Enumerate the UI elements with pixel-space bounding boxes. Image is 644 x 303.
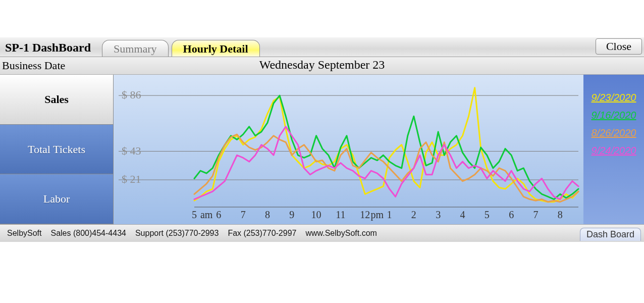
legend-item-1[interactable]: 9/16/2020 <box>592 110 636 121</box>
dashboard-window: SP-1 DashBoard Summary Hourly Detail Clo… <box>0 37 644 249</box>
svg-text:am: am <box>200 209 213 220</box>
tab-summary[interactable]: Summary <box>102 40 169 57</box>
svg-text:8: 8 <box>558 209 563 220</box>
legend-item-2[interactable]: 8/26/2020 <box>592 127 636 139</box>
main-area: Sales Total Tickets Labor $ 21$ 43$ 8656… <box>0 75 644 224</box>
legend-item-0[interactable]: 9/23/2020 <box>592 92 636 104</box>
date-header: Business Date Wednesday September 23 <box>0 57 644 75</box>
svg-text:$ 43: $ 43 <box>122 144 141 157</box>
svg-text:12: 12 <box>360 209 370 220</box>
business-date-value: Wednesday September 23 <box>0 58 644 72</box>
svg-text:2: 2 <box>411 209 416 220</box>
footer-site: www.SelbySoft.com <box>305 229 377 238</box>
svg-text:3: 3 <box>436 209 441 220</box>
metric-labor[interactable]: Labor <box>0 174 113 224</box>
metric-sales[interactable]: Sales <box>0 75 113 125</box>
hourly-chart: $ 21$ 43$ 865678910111212345678ampm <box>114 75 583 224</box>
svg-text:4: 4 <box>460 209 465 220</box>
svg-text:7: 7 <box>533 209 538 220</box>
svg-text:6: 6 <box>216 209 221 220</box>
tab-hourly-detail[interactable]: Hourly Detail <box>172 40 260 57</box>
svg-text:9: 9 <box>289 209 294 220</box>
metric-sidebar: Sales Total Tickets Labor <box>0 75 114 224</box>
close-button[interactable]: Close <box>596 38 642 55</box>
svg-text:10: 10 <box>311 209 321 220</box>
chart-area: $ 21$ 43$ 865678910111212345678ampm <box>114 75 583 224</box>
svg-text:6: 6 <box>509 209 514 220</box>
footer-support: Support (253)770-2993 <box>135 229 219 238</box>
footer-company: SelbySoft <box>7 229 41 238</box>
svg-text:pm: pm <box>371 209 384 221</box>
svg-text:8: 8 <box>265 209 270 220</box>
dashboard-tab-hint[interactable]: Dash Board <box>580 228 641 241</box>
svg-text:11: 11 <box>336 209 345 220</box>
svg-text:$ 86: $ 86 <box>122 88 141 101</box>
svg-text:5: 5 <box>192 209 197 220</box>
footer-fax: Fax (253)770-2997 <box>228 229 296 238</box>
svg-text:5: 5 <box>485 209 490 220</box>
footer-sales: Sales (800)454-4434 <box>50 229 126 238</box>
legend-item-3[interactable]: 9/24/2020 <box>592 145 636 157</box>
tab-bar: SP-1 DashBoard Summary Hourly Detail Clo… <box>0 37 644 57</box>
footer-bar: SelbySoft Sales (800)454-4434 Support (2… <box>0 224 644 242</box>
metric-tickets[interactable]: Total Tickets <box>0 125 113 175</box>
svg-text:1: 1 <box>387 209 392 220</box>
svg-text:7: 7 <box>241 209 246 220</box>
svg-text:$ 21: $ 21 <box>122 173 141 185</box>
app-title: SP-1 DashBoard <box>0 41 99 57</box>
legend-panel: 9/23/2020 9/16/2020 8/26/2020 9/24/2020 <box>583 75 644 224</box>
